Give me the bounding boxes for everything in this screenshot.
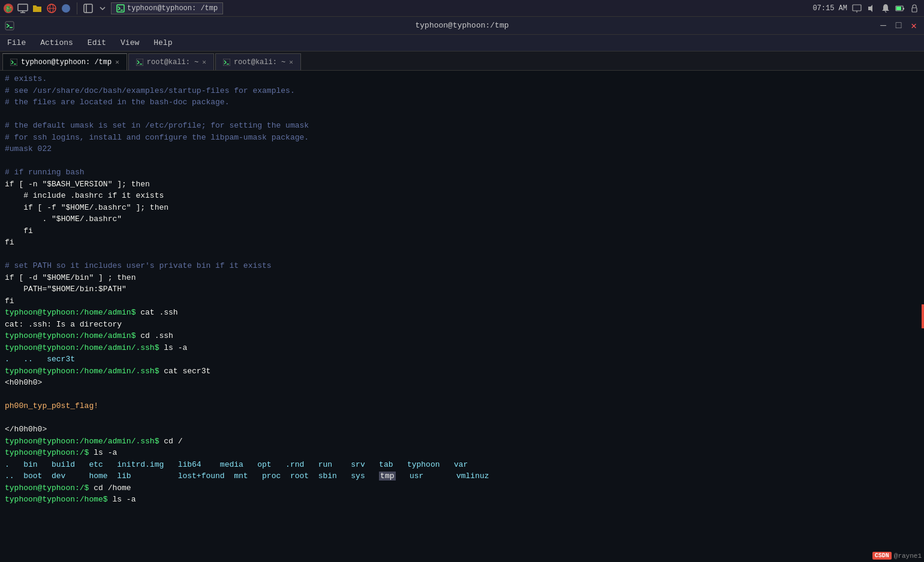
taskbar-window-label: typhoon@typhoon: /tmp — [127, 4, 218, 13]
kali-icon[interactable] — [60, 2, 72, 14]
menu-help[interactable]: Help — [151, 37, 174, 49]
volume-icon — [866, 4, 876, 13]
taskbar-time: 07:15 AM — [812, 4, 847, 13]
tab-root-kali-1[interactable]: root@kali: ~ ✕ — [128, 53, 214, 70]
browser-icon[interactable] — [46, 2, 58, 14]
csdn-author: @rayne1 — [894, 552, 922, 560]
tab-terminal-icon-2 — [136, 59, 143, 66]
svg-rect-25 — [136, 59, 143, 66]
terminal-window: typhoon@typhoon:/tmp — □ ✕ File Actions … — [0, 17, 924, 562]
menu-bar: File Actions Edit View Help — [0, 35, 924, 52]
menu-edit[interactable]: Edit — [85, 37, 109, 49]
title-bar-left — [5, 21, 14, 31]
menu-view[interactable]: View — [118, 37, 142, 49]
tab-terminal-icon-1 — [10, 59, 17, 66]
tab-label-3: root@kali: ~ — [234, 58, 285, 67]
dragon-icon[interactable]: 🐉 — [2, 2, 14, 14]
tab-root-kali-2[interactable]: root@kali: ~ ✕ — [215, 53, 301, 70]
battery-icon — [895, 4, 905, 13]
taskbar-terminal-button[interactable]: typhoon@typhoon: /tmp — [111, 2, 223, 14]
svg-rect-27 — [223, 59, 230, 66]
svg-rect-9 — [84, 4, 92, 13]
svg-rect-19 — [896, 7, 901, 10]
terminal-output: # exists. # see /usr/share/doc/bash/exam… — [5, 73, 919, 506]
svg-rect-18 — [903, 8, 904, 10]
close-button[interactable]: ✕ — [908, 20, 919, 32]
tab-close-3[interactable]: ✕ — [289, 58, 293, 66]
tab-label-1: typhoon@typhoon: /tmp — [21, 58, 112, 67]
scroll-indicator — [922, 304, 924, 328]
tab-close-1[interactable]: ✕ — [115, 58, 119, 66]
csdn-badge: CSDN @rayne1 — [872, 552, 922, 560]
menu-file[interactable]: File — [5, 37, 28, 49]
svg-rect-2 — [18, 4, 28, 11]
taskbar-left: 🐉 — [0, 2, 223, 14]
minimize-button[interactable]: — — [878, 20, 889, 31]
svg-rect-13 — [853, 5, 861, 11]
svg-marker-15 — [868, 5, 872, 12]
window-title: typhoon@typhoon:/tmp — [415, 21, 508, 30]
tab-label-2: root@kali: ~ — [147, 58, 198, 67]
tab-terminal-icon-3 — [223, 59, 230, 66]
folder-icon[interactable] — [31, 2, 43, 14]
settings-icon[interactable] — [82, 2, 94, 14]
terminal-icon-title — [5, 21, 14, 31]
svg-point-8 — [62, 4, 70, 13]
svg-rect-20 — [912, 8, 917, 12]
dropdown-icon[interactable] — [97, 2, 109, 14]
taskbar-separator — [77, 2, 77, 14]
maximize-button[interactable]: □ — [893, 20, 904, 31]
monitor-icon — [852, 4, 862, 13]
svg-rect-23 — [10, 59, 17, 66]
svg-text:🐉: 🐉 — [5, 5, 13, 13]
terminal-content[interactable]: # exists. # see /usr/share/doc/bash/exam… — [0, 71, 924, 562]
tab-close-2[interactable]: ✕ — [202, 58, 206, 66]
title-bar: typhoon@typhoon:/tmp — □ ✕ — [0, 17, 924, 35]
taskbar-right: 07:15 AM — [812, 4, 924, 13]
taskbar: 🐉 — [0, 0, 924, 17]
tab-bar: typhoon@typhoon: /tmp ✕ root@kali: ~ ✕ r… — [0, 52, 924, 71]
lock-icon — [910, 4, 919, 13]
svg-line-16 — [885, 11, 886, 13]
desktop-icon[interactable] — [17, 2, 29, 14]
bell-icon — [881, 4, 890, 13]
menu-actions[interactable]: Actions — [38, 37, 76, 49]
csdn-logo: CSDN — [872, 552, 892, 560]
tab-typhoon-tmp[interactable]: typhoon@typhoon: /tmp ✕ — [2, 53, 127, 70]
window-controls: — □ ✕ — [878, 20, 919, 32]
